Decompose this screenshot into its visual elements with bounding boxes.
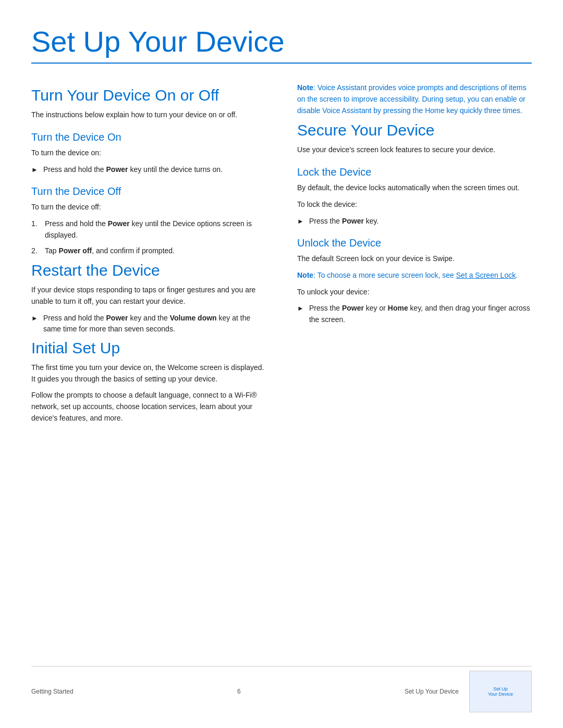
- turn-off-step-1-text: Press and hold the Power key until the D…: [45, 218, 266, 241]
- note-bold-label: Note: [297, 83, 313, 92]
- bullet-arrow-lock-icon: ►: [297, 216, 304, 227]
- bullet-arrow-unlock-icon: ►: [297, 303, 304, 314]
- voice-assistant-note: Note: Voice Assistant provides voice pro…: [297, 82, 532, 116]
- restart-intro: If your device stops responding to taps …: [31, 285, 266, 307]
- bullet-arrow-icon: ►: [31, 165, 38, 175]
- page-footer: Getting Started 6 Set Up Your Device Set…: [31, 666, 532, 712]
- lock-bullet: ► Press the Power key.: [297, 216, 532, 227]
- section-restart-title: Restart the Device: [31, 262, 266, 279]
- unlock-note-bold: Note: [297, 271, 313, 279]
- turn-on-bullet: ► Press and hold the Power key until the…: [31, 164, 266, 176]
- left-column: Turn Your Device On or Off The instructi…: [31, 82, 266, 429]
- restart-bullet: ► Press and hold the Power key and the V…: [31, 313, 266, 335]
- turn-off-step-1: 1. Press and hold the Power key until th…: [31, 218, 266, 241]
- initial-setup-para1: The first time you turn your device on, …: [31, 362, 266, 385]
- subsection-turn-off-title: Turn the Device Off: [31, 186, 266, 198]
- turn-off-step-2-text: Tap Power off, and confirm if prompted.: [45, 245, 175, 257]
- lock-bullet-text: Press the Power key.: [309, 216, 379, 227]
- unlock-intro2: To unlock your device:: [297, 287, 532, 298]
- section-initial-setup-title: Initial Set Up: [31, 339, 266, 357]
- turn-off-step-2: 2. Tap Power off, and confirm if prompte…: [31, 245, 266, 257]
- footer-page-title: Set Up Your Device: [405, 688, 459, 695]
- set-screen-lock-link[interactable]: Set a Screen Lock: [456, 271, 516, 279]
- section-turn-on-off-intro: The instructions below explain how to tu…: [31, 109, 266, 121]
- section-turn-on-off-title: Turn Your Device On or Off: [31, 87, 266, 104]
- turn-on-intro: To turn the device on:: [31, 147, 266, 159]
- turn-off-list: 1. Press and hold the Power key until th…: [31, 218, 266, 256]
- lock-para1: By default, the device locks automatical…: [297, 182, 532, 194]
- subsection-unlock-title: Unlock the Device: [297, 237, 532, 249]
- title-divider: [31, 63, 532, 64]
- footer-page-number: 6: [237, 688, 241, 695]
- turn-off-intro: To turn the device off:: [31, 202, 266, 213]
- unlock-bullet-text: Press the Power key or Home key, and the…: [309, 303, 532, 325]
- footer-section-label: Getting Started: [31, 688, 74, 695]
- right-column: Note: Voice Assistant provides voice pro…: [297, 82, 532, 429]
- subsection-lock-title: Lock the Device: [297, 166, 532, 178]
- turn-on-bullet-text: Press and hold the Power key until the d…: [43, 164, 223, 176]
- lock-intro2: To lock the device:: [297, 199, 532, 211]
- footer-thumbnail: Set UpYour Device: [469, 671, 532, 712]
- main-content: Turn Your Device On or Off The instructi…: [31, 82, 532, 429]
- note-text-content: : Voice Assistant provides voice prompts…: [297, 83, 527, 114]
- unlock-note-end: .: [516, 271, 518, 279]
- page: Set Up Your Device Turn Your Device On o…: [0, 0, 563, 728]
- footer-thumbnail-label: Set UpYour Device: [486, 684, 515, 699]
- initial-setup-para2: Follow the prompts to choose a default l…: [31, 390, 266, 424]
- step-number-2: 2.: [31, 245, 41, 257]
- bullet-arrow-restart-icon: ►: [31, 313, 38, 324]
- page-title: Set Up Your Device: [31, 25, 532, 58]
- unlock-bullet: ► Press the Power key or Home key, and t…: [297, 303, 532, 325]
- subsection-turn-on-title: Turn the Device On: [31, 131, 266, 143]
- footer-right-block: Set Up Your Device Set UpYour Device: [405, 671, 532, 712]
- restart-bullet-text: Press and hold the Power key and the Vol…: [43, 313, 266, 335]
- unlock-note: Note: To choose a more secure screen loc…: [297, 270, 532, 281]
- secure-intro: Use your device's screen lock features t…: [297, 144, 532, 156]
- unlock-para1: The default Screen lock on your device i…: [297, 253, 532, 265]
- section-secure-title: Secure Your Device: [297, 121, 532, 139]
- unlock-note-text: : To choose a more secure screen lock, s…: [313, 271, 456, 279]
- step-number-1: 1.: [31, 218, 41, 230]
